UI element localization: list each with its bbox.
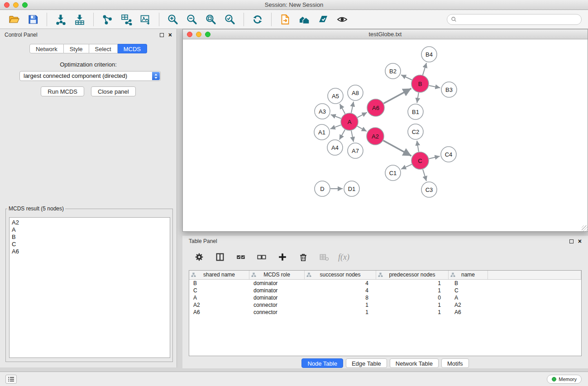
tab-network-table[interactable]: Network Table	[390, 358, 439, 368]
node-B2[interactable]: B2	[385, 63, 401, 79]
network-canvas[interactable]: B4B2BB3A8A5A6A3B1AC2A1A2A4A7C4CC1C3DD1	[183, 39, 588, 231]
tab-network[interactable]: Network	[29, 44, 64, 53]
tab-select[interactable]: Select	[89, 44, 118, 53]
column-header-shared-name[interactable]: shared name	[189, 271, 249, 279]
node-A3[interactable]: A3	[315, 104, 330, 119]
table-row-a[interactable]: Adominator80A	[189, 294, 581, 301]
tab-node-table[interactable]: Node Table	[301, 358, 343, 368]
edge-A-A5[interactable]	[340, 104, 345, 114]
open-session-button[interactable]	[6, 12, 22, 27]
zoom-selected-button[interactable]	[222, 12, 238, 27]
node-C3[interactable]: C3	[421, 182, 437, 197]
network-minimize-button[interactable]	[196, 32, 201, 37]
node-A8[interactable]: A8	[348, 85, 363, 100]
table-row-b[interactable]: Bdominator41B	[189, 280, 581, 287]
table-panel-close-icon[interactable]: ×	[578, 239, 582, 243]
zoom-in-button[interactable]	[165, 12, 181, 27]
edge-A-A1[interactable]	[330, 125, 341, 129]
edge-A-A4[interactable]	[339, 129, 345, 139]
column-header-name[interactable]: name	[449, 271, 488, 279]
result-item-a[interactable]: A	[12, 226, 167, 234]
node-B[interactable]: B	[411, 75, 429, 92]
search-input[interactable]	[459, 16, 578, 23]
network-from-table-button[interactable]	[119, 12, 134, 27]
resize-grip[interactable]	[582, 225, 588, 231]
node-A2[interactable]: A2	[367, 128, 384, 145]
edge-A-A2[interactable]	[357, 126, 366, 131]
column-layout-button[interactable]	[213, 250, 227, 264]
export-image-button[interactable]	[138, 12, 153, 27]
result-item-a6[interactable]: A6	[12, 248, 167, 255]
edge-A-A8[interactable]	[351, 102, 354, 113]
control-panel-close-icon[interactable]: ×	[168, 33, 172, 37]
column-header-predecessor-nodes[interactable]: predecessor nodes	[376, 271, 449, 279]
run-mcds-button[interactable]: Run MCDS	[41, 86, 84, 96]
table-settings-button[interactable]	[192, 250, 206, 264]
node-B4[interactable]: B4	[421, 47, 437, 62]
import-network-button[interactable]	[53, 12, 68, 27]
result-item-c[interactable]: C	[12, 241, 167, 248]
export-network-button[interactable]	[277, 12, 293, 27]
edge-C-C1[interactable]	[401, 164, 412, 169]
mcds-result-list[interactable]: A2ABCA6	[9, 217, 170, 358]
home-view-button[interactable]	[296, 12, 312, 27]
node-C1[interactable]: C1	[385, 165, 401, 181]
add-row-button[interactable]	[276, 250, 289, 264]
style-check-button[interactable]	[316, 12, 331, 27]
node-B3[interactable]: B3	[441, 82, 457, 97]
search-box[interactable]	[447, 14, 582, 25]
node-B1[interactable]: B1	[408, 104, 423, 119]
deselect-all-button[interactable]	[255, 250, 268, 264]
new-network-button[interactable]	[100, 12, 115, 27]
table-row-a6[interactable]: A6connector11A6	[189, 309, 581, 316]
node-C2[interactable]: C2	[408, 124, 423, 139]
zoom-window-button[interactable]	[22, 2, 28, 8]
edge-B-B4[interactable]	[423, 63, 426, 75]
node-D[interactable]: D	[315, 181, 330, 196]
table-float-panel-icon[interactable]	[569, 239, 574, 243]
edge-B-B3[interactable]	[429, 86, 440, 88]
edge-C-C4[interactable]	[429, 156, 440, 158]
tab-style[interactable]: Style	[64, 44, 89, 53]
column-header-successor-nodes[interactable]: successor nodes	[305, 271, 376, 279]
edge-A2-C[interactable]	[383, 141, 411, 156]
result-item-b[interactable]: B	[12, 234, 167, 241]
node-A6[interactable]: A6	[367, 99, 384, 116]
edge-A-A6[interactable]	[358, 112, 367, 117]
edge-A-A7[interactable]	[351, 131, 354, 142]
delete-row-button[interactable]	[296, 250, 310, 264]
function-builder-button[interactable]: f(x)	[338, 250, 349, 264]
node-A4[interactable]: A4	[327, 140, 343, 155]
node-A[interactable]: A	[341, 113, 358, 130]
tab-edge-table[interactable]: Edge Table	[346, 358, 387, 368]
edge-C-C2[interactable]	[417, 141, 419, 152]
tab-motifs[interactable]: Motifs	[441, 358, 469, 368]
optimization-dropdown[interactable]: largest connected component (directed)	[19, 71, 161, 81]
node-A5[interactable]: A5	[328, 88, 343, 104]
zoom-out-button[interactable]	[184, 12, 200, 27]
select-all-button[interactable]	[234, 250, 248, 264]
delete-table-button[interactable]	[317, 250, 331, 264]
node-C[interactable]: C	[411, 152, 429, 169]
edge-B-B2[interactable]	[401, 75, 412, 80]
edge-B-B1[interactable]	[417, 93, 419, 103]
minimize-window-button[interactable]	[13, 2, 19, 8]
show-hide-details-button[interactable]	[335, 12, 350, 27]
node-D1[interactable]: D1	[344, 181, 359, 196]
close-panel-button[interactable]: Close panel	[91, 86, 136, 96]
table-row-c[interactable]: Cdominator41C	[189, 287, 581, 294]
network-close-button[interactable]	[187, 32, 192, 37]
close-window-button[interactable]	[4, 2, 10, 8]
network-graph[interactable]: B4B2BB3A8A5A6A3B1AC2A1A2A4A7C4CC1C3DD1	[183, 39, 588, 231]
edge-C-C3[interactable]	[423, 169, 426, 181]
save-session-button[interactable]	[25, 12, 41, 27]
table-row-a2[interactable]: A2connector11A2	[189, 301, 581, 309]
edge-A6-B[interactable]	[384, 89, 411, 104]
column-header-mcds-role[interactable]: MCDS role	[249, 271, 305, 279]
memory-indicator[interactable]: Memory	[547, 375, 582, 384]
import-table-button[interactable]	[72, 12, 87, 27]
network-zoom-button[interactable]	[205, 32, 210, 37]
zoom-fit-button[interactable]	[203, 12, 219, 27]
status-menu-button[interactable]	[5, 375, 17, 384]
tab-mcds[interactable]: MCDS	[118, 44, 147, 53]
